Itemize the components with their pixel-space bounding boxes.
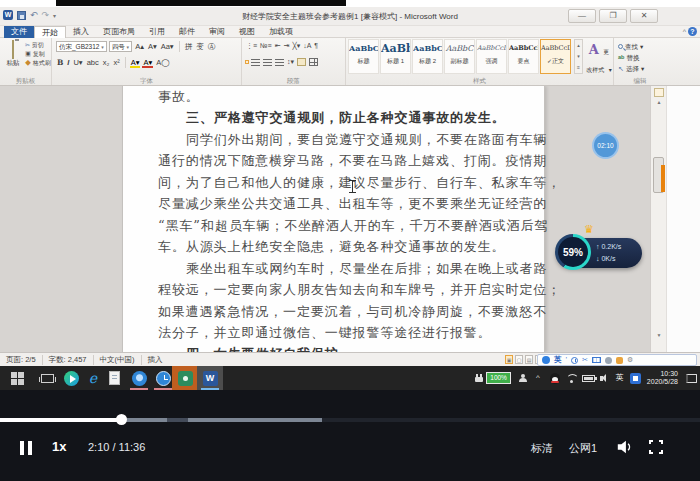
italic-button[interactable]: I: [66, 57, 70, 68]
char-scale-button[interactable]: 变: [195, 41, 205, 52]
minimize-button[interactable]: —: [568, 9, 596, 23]
shading-icon[interactable]: [297, 58, 306, 66]
copy-button[interactable]: ▣ 复制: [25, 51, 51, 58]
word-app-active[interactable]: W: [197, 366, 223, 390]
ime-scissors-icon[interactable]: ✂: [582, 355, 588, 365]
battery-tray-icon[interactable]: [582, 375, 595, 382]
ime-keyboard-icon[interactable]: [592, 357, 601, 363]
character-border-button[interactable]: A◯: [155, 57, 170, 68]
find-button[interactable]: 查找 ▾: [618, 42, 643, 51]
enclose-char-button[interactable]: Ⓐ: [207, 41, 217, 52]
wifi-icon[interactable]: [566, 374, 577, 383]
replace-button[interactable]: ab替换: [618, 53, 639, 62]
insert-mode[interactable]: 插入: [148, 355, 169, 365]
ime-logo-icon[interactable]: [542, 356, 550, 364]
tab-page-layout[interactable]: 页面布局: [96, 26, 142, 38]
notification-center-icon[interactable]: [686, 374, 697, 383]
decrease-indent-icon[interactable]: ⇤: [275, 41, 281, 51]
word-count[interactable]: 字数: 2,457: [49, 355, 94, 365]
style-heading2[interactable]: AaBbC标题 2: [412, 39, 443, 74]
style-gallery-scroll[interactable]: ▴▾≡: [574, 39, 583, 74]
hidden-icons-chevron[interactable]: ^: [536, 374, 540, 382]
tray-language-indicator[interactable]: 英: [616, 373, 624, 383]
tab-review[interactable]: 审阅: [202, 26, 232, 38]
change-case-button[interactable]: Aa▾: [160, 41, 175, 52]
grow-font-button[interactable]: A▴: [134, 41, 145, 52]
tray-clock[interactable]: 10:302020/5/28: [647, 370, 678, 386]
align-justify-button[interactable]: [246, 61, 248, 63]
tab-home[interactable]: 开始: [34, 26, 66, 38]
paste-button[interactable]: 粘贴: [3, 41, 23, 75]
scroll-down-icon[interactable]: ▼: [651, 332, 666, 338]
document-page[interactable]: 事故。 三、严格遵守交通规则，防止各种交通事故的发生。 同学们外出期间，要自觉遵…: [122, 86, 545, 352]
line-select-button[interactable]: 公网1: [569, 441, 597, 456]
asian-layout-icon[interactable]: ╳▾: [292, 41, 300, 51]
increase-indent-icon[interactable]: ⇥: [284, 41, 290, 51]
align-right-icon[interactable]: [275, 59, 284, 66]
show-marks-icon[interactable]: ¶: [314, 41, 318, 51]
tab-view[interactable]: 视图: [232, 26, 262, 38]
print-layout-view-icon[interactable]: ▣: [505, 355, 513, 364]
font-size-select[interactable]: 四号 ▾: [109, 41, 132, 52]
maximize-button[interactable]: ❐: [599, 9, 627, 23]
borders-icon[interactable]: [309, 58, 318, 66]
volume-button[interactable]: [616, 439, 634, 455]
cut-button[interactable]: ✂ 剪切: [25, 42, 51, 49]
phonetic-guide-button[interactable]: 拼: [184, 41, 194, 52]
page-indicator[interactable]: 页面: 2/5: [6, 355, 43, 365]
style-keypoint[interactable]: AaBbCcD要点: [508, 39, 539, 74]
notepad-app[interactable]: [101, 366, 127, 390]
language-indicator[interactable]: 中文(中国): [100, 355, 142, 365]
fullscreen-view-icon[interactable]: ▢: [515, 355, 523, 364]
underline-button[interactable]: U▾: [72, 57, 83, 68]
style-emphasis[interactable]: AaBbCcDx强调: [476, 39, 507, 74]
shrink-font-button[interactable]: A▾: [147, 41, 158, 52]
style-heading1[interactable]: AaBb标题 1: [380, 39, 411, 74]
tab-file[interactable]: 文件: [4, 26, 34, 38]
ime-account-icon[interactable]: [605, 357, 612, 364]
browser-app-running[interactable]: [126, 366, 152, 390]
task-view-button[interactable]: [34, 366, 60, 390]
pause-button[interactable]: [20, 441, 32, 455]
style-subtitle[interactable]: AaBbC副标题: [444, 39, 475, 74]
speaker-tray-icon[interactable]: [600, 374, 610, 383]
quality-button[interactable]: 标清: [531, 441, 553, 456]
change-styles-button[interactable]: A 更改样式 ▾: [586, 40, 612, 76]
ruler-toggle-icon[interactable]: [654, 88, 664, 97]
ime-language-toggle[interactable]: 英: [554, 355, 562, 365]
battery-percent-badge[interactable]: 100%: [486, 372, 511, 384]
strikethrough-button[interactable]: abc: [86, 57, 100, 68]
highlight-color-button[interactable]: A▾: [130, 58, 141, 67]
superscript-button[interactable]: x²: [112, 57, 120, 68]
tab-addins[interactable]: 加载项: [262, 26, 300, 38]
people-tray-icon[interactable]: [519, 374, 527, 382]
sort-icon[interactable]: ↓A: [303, 41, 311, 51]
style-normal-selected[interactable]: AaBbCcDd✓正文: [540, 39, 571, 74]
format-painter-button[interactable]: ◆ 格式刷: [25, 60, 51, 67]
ime-skin-icon[interactable]: [616, 357, 623, 364]
ime-settings-icon[interactable]: ⚙: [627, 355, 633, 365]
minimize-ribbon-icon[interactable]: ^: [683, 28, 686, 35]
font-name-select[interactable]: 仿宋_GB2312 ▾: [56, 41, 107, 52]
progress-handle[interactable]: [116, 414, 127, 425]
bullets-icon[interactable]: ⋮≡: [246, 41, 257, 51]
style-heading[interactable]: AaBbC标题: [348, 39, 379, 74]
tab-insert[interactable]: 插入: [66, 26, 96, 38]
line-spacing-icon[interactable]: ↕▾: [287, 57, 294, 67]
tab-mailings[interactable]: 邮件: [172, 26, 202, 38]
bold-button[interactable]: B: [56, 57, 64, 68]
fullscreen-button[interactable]: [649, 440, 663, 454]
select-button[interactable]: ↖选择 ▾: [618, 64, 644, 73]
recorder-app-flashing[interactable]: [172, 366, 198, 390]
speed-monitor-widget[interactable]: ♛ 59% ↑ 0.2K/s ↓ 0K/s: [556, 224, 646, 270]
font-color-button[interactable]: A▾: [142, 58, 153, 67]
numbering-icon[interactable]: №≡: [260, 41, 272, 51]
scroll-up-icon[interactable]: ▲: [651, 99, 666, 105]
help-icon[interactable]: ?: [688, 27, 697, 36]
align-center-icon[interactable]: [263, 59, 272, 66]
close-button[interactable]: ✕: [630, 9, 658, 23]
progress-track[interactable]: [0, 418, 700, 422]
subscript-button[interactable]: x₂: [102, 57, 111, 68]
tab-references[interactable]: 引用: [142, 26, 172, 38]
ime-tray-icon[interactable]: [630, 373, 641, 384]
